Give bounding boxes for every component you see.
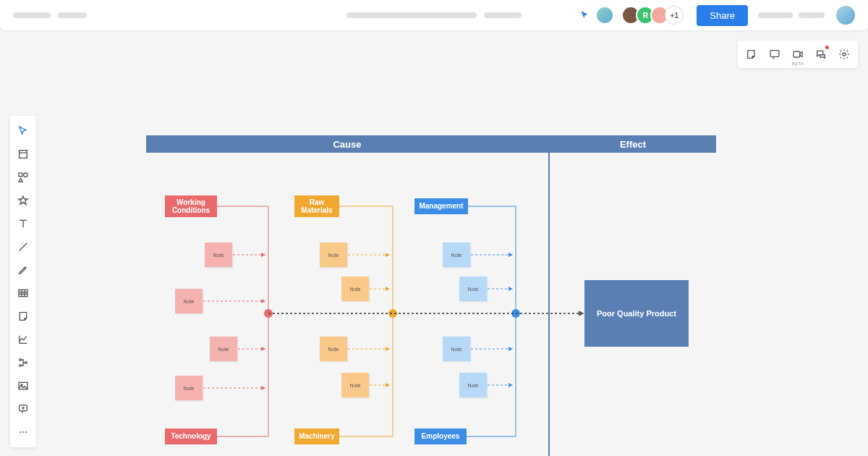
cause-label[interactable]: Management [414, 198, 468, 214]
cause-header: Cause [146, 135, 548, 153]
note[interactable]: Note [320, 242, 347, 267]
cause-label[interactable]: Working Conditions [165, 195, 217, 217]
diagram-connectors [0, 30, 868, 456]
spine-node[interactable] [388, 309, 397, 318]
presence-cursor-icon [579, 10, 590, 20]
cause-label[interactable]: Raw Materials [294, 195, 339, 217]
note[interactable]: Note [175, 289, 203, 313]
user-avatar[interactable] [836, 6, 855, 25]
placeholder [799, 12, 825, 18]
avatar-overflow[interactable]: +1 [665, 6, 684, 25]
collaborator-avatars[interactable] [595, 6, 614, 25]
label-text: Management [419, 202, 463, 211]
cause-label[interactable]: Technology [165, 428, 217, 444]
collaborator-avatars[interactable]: R +1 [626, 6, 684, 25]
breadcrumb [346, 12, 522, 18]
top-bar: R +1 Share [0, 0, 868, 30]
note[interactable]: Note [459, 276, 487, 301]
divider [548, 135, 550, 456]
note[interactable]: Note [210, 337, 237, 361]
canvas[interactable]: Cause Effect Working Conditions Raw Mate… [0, 30, 868, 456]
label-text: Raw Materials [301, 198, 332, 215]
note[interactable]: Note [320, 337, 347, 361]
note[interactable]: Note [205, 242, 232, 267]
note[interactable]: Note [341, 373, 369, 397]
avatar[interactable] [595, 6, 614, 25]
effect-box[interactable]: Poor Quality Product [584, 280, 689, 347]
share-button[interactable]: Share [697, 5, 748, 26]
label-text: Working Conditions [172, 198, 210, 215]
note[interactable]: Note [443, 242, 470, 267]
label-text: Employees [422, 432, 460, 441]
cause-label[interactable]: Machinery [294, 428, 339, 444]
placeholder [758, 12, 793, 18]
placeholder [13, 12, 51, 18]
spine-node[interactable] [511, 309, 520, 318]
spine-node[interactable] [264, 309, 273, 318]
effect-text: Poor Quality Product [597, 308, 676, 318]
note[interactable]: Note [175, 376, 203, 400]
placeholder [58, 12, 87, 18]
note[interactable]: Note [443, 337, 470, 361]
label-text: Technology [171, 432, 210, 441]
effect-header: Effect [550, 135, 716, 153]
cause-label[interactable]: Employees [414, 428, 467, 444]
note[interactable]: Note [341, 276, 369, 301]
label-text: Machinery [299, 432, 334, 441]
note[interactable]: Note [459, 373, 487, 397]
